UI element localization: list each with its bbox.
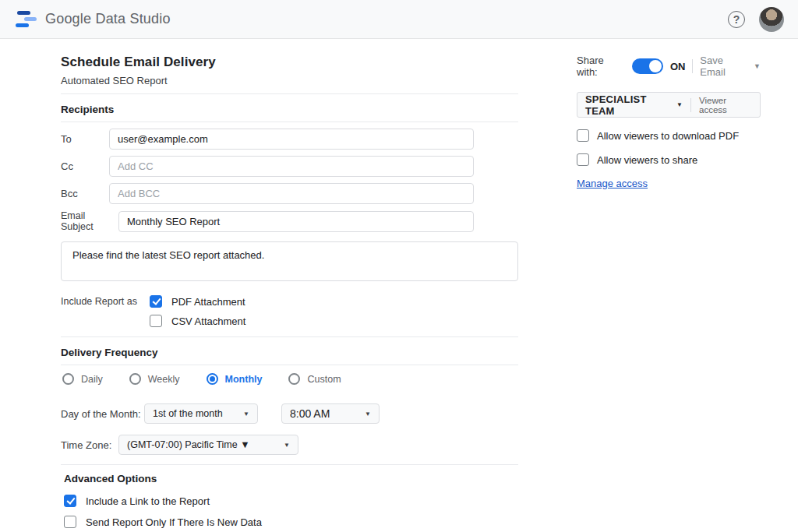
time-select[interactable]: 8:00 AM ▼ xyxy=(281,403,380,424)
radio-icon xyxy=(288,373,300,385)
team-access-box: SPECIALIST TEAM ▼ Viewer access xyxy=(577,92,761,118)
frequency-monthly-radio[interactable]: Monthly xyxy=(207,373,263,385)
share-toggle[interactable] xyxy=(632,58,663,74)
frequency-weekly-radio[interactable]: Weekly xyxy=(129,373,180,385)
new-data-only-option[interactable]: Send Report Only If There Is New Data xyxy=(61,516,518,528)
help-icon[interactable]: ? xyxy=(728,11,745,28)
allow-download-pdf-checkbox[interactable] xyxy=(577,129,589,142)
new-data-only-label: Send Report Only If There Is New Data xyxy=(86,516,262,528)
csv-attachment-label: CSV Attachment xyxy=(171,315,245,327)
page-title: Schedule Email Delivery xyxy=(61,55,518,70)
frequency-daily-radio[interactable]: Daily xyxy=(62,373,103,385)
time-zone-label: Time Zone: xyxy=(61,439,118,451)
pdf-attachment-option[interactable]: PDF Attachment xyxy=(150,295,245,308)
vertical-divider xyxy=(692,59,693,73)
include-link-label: Include a Link to the Report xyxy=(86,495,210,507)
frequency-custom-radio[interactable]: Custom xyxy=(288,373,341,385)
include-report-label: Include Report as xyxy=(61,295,150,327)
email-message-textarea[interactable] xyxy=(61,241,518,281)
email-subject-label: Email Subject xyxy=(61,210,118,232)
data-studio-logo-icon xyxy=(14,11,37,27)
allow-share-label: Allow viewers to share xyxy=(597,154,697,166)
csv-attachment-checkbox[interactable] xyxy=(150,315,162,327)
radio-icon xyxy=(207,373,218,385)
frequency-radio-group: Daily Weekly Monthly Custom xyxy=(61,365,518,394)
dropdown-arrow-icon: ▼ xyxy=(243,410,249,417)
manage-access-link[interactable]: Manage access xyxy=(577,178,648,189)
email-subject-input[interactable] xyxy=(118,211,474,232)
dropdown-arrow-icon: ▼ xyxy=(284,442,290,449)
schedule-email-delivery-screen: Google Data Studio ? Schedule Email Deli… xyxy=(0,0,798,532)
cc-label: Cc xyxy=(61,160,109,172)
team-selector[interactable]: SPECIALIST TEAM ▼ xyxy=(585,93,683,117)
include-link-checkbox[interactable] xyxy=(64,495,76,507)
allow-share-option[interactable]: Allow viewers to share xyxy=(577,153,761,166)
viewer-access-label: Viewer access xyxy=(699,96,752,115)
user-avatar[interactable] xyxy=(759,7,784,32)
advanced-options-title: Advanced Options xyxy=(61,465,518,486)
allow-download-pdf-label: Allow viewers to download PDF xyxy=(597,130,739,142)
time-zone-select[interactable]: (GMT-07:00) Pacific Time ▼ ▼ xyxy=(118,435,298,455)
radio-icon xyxy=(62,373,74,385)
recipients-section-title: Recipients xyxy=(61,94,518,122)
bcc-input[interactable] xyxy=(109,183,474,204)
top-app-bar: Google Data Studio ? xyxy=(0,0,798,39)
dropdown-arrow-icon: ▼ xyxy=(365,410,371,417)
report-name: Automated SEO Report xyxy=(61,75,518,93)
pdf-attachment-checkbox[interactable] xyxy=(150,295,162,308)
radio-icon xyxy=(129,373,141,385)
app-title: Google Data Studio xyxy=(45,11,171,27)
csv-attachment-option[interactable]: CSV Attachment xyxy=(150,315,245,327)
pdf-attachment-label: PDF Attachment xyxy=(171,296,245,308)
to-label: To xyxy=(61,133,109,145)
dropdown-arrow-icon: ▼ xyxy=(676,101,683,108)
chevron-down-icon: ▼ xyxy=(754,62,761,70)
share-with-label: Share with: xyxy=(577,55,625,78)
delivery-frequency-section-title: Delivery Frequency xyxy=(61,337,518,365)
day-of-month-select[interactable]: 1st of the month ▼ xyxy=(144,403,258,424)
save-email-menu[interactable]: Save Email ▼ xyxy=(700,55,761,78)
new-data-only-checkbox[interactable] xyxy=(64,516,76,528)
to-input[interactable] xyxy=(109,129,474,150)
share-panel: Share with: ON Save Email ▼ SPECIALIST T… xyxy=(577,55,761,532)
divider xyxy=(61,122,518,122)
include-link-option[interactable]: Include a Link to the Report xyxy=(61,495,518,507)
allow-download-pdf-option[interactable]: Allow viewers to download PDF xyxy=(577,129,761,142)
day-of-month-label: Day of the Month: xyxy=(61,408,144,420)
vertical-divider xyxy=(690,98,691,112)
allow-share-checkbox[interactable] xyxy=(577,153,589,166)
cc-input[interactable] xyxy=(109,156,474,177)
schedule-form: Schedule Email Delivery Automated SEO Re… xyxy=(61,50,518,532)
toggle-state-label: ON xyxy=(670,61,686,72)
bcc-label: Bcc xyxy=(61,188,109,199)
